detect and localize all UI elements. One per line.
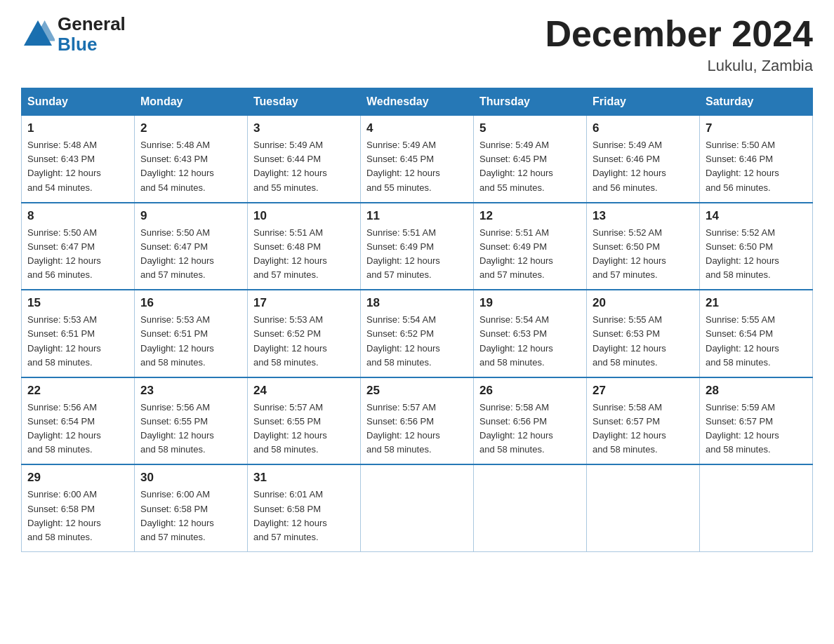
day-info: Sunrise: 5:49 AMSunset: 6:44 PMDaylight:… [253, 140, 327, 192]
day-info: Sunrise: 5:57 AMSunset: 6:56 PMDaylight:… [366, 402, 440, 455]
title-area: December 2024 Lukulu, Zambia [545, 14, 813, 75]
day-number: 16 [140, 296, 241, 310]
calendar-cell: 20 Sunrise: 5:55 AMSunset: 6:53 PMDaylig… [587, 290, 700, 377]
calendar-cell: 1 Sunrise: 5:48 AMSunset: 6:43 PMDayligh… [22, 116, 135, 203]
calendar-cell: 6 Sunrise: 5:49 AMSunset: 6:46 PMDayligh… [587, 116, 700, 203]
day-number: 12 [479, 209, 581, 223]
day-number: 20 [593, 296, 694, 310]
calendar-cell: 11 Sunrise: 5:51 AMSunset: 6:49 PMDaylig… [361, 203, 474, 290]
day-info: Sunrise: 6:00 AMSunset: 6:58 PMDaylight:… [140, 489, 214, 542]
calendar-cell: 16 Sunrise: 5:53 AMSunset: 6:51 PMDaylig… [135, 290, 248, 377]
day-number: 31 [253, 471, 355, 485]
day-number: 5 [479, 121, 581, 135]
calendar-cell [700, 464, 813, 551]
calendar-cell: 3 Sunrise: 5:49 AMSunset: 6:44 PMDayligh… [248, 116, 361, 203]
day-info: Sunrise: 5:58 AMSunset: 6:57 PMDaylight:… [593, 402, 666, 455]
header-wednesday: Wednesday [361, 88, 474, 116]
day-number: 23 [140, 384, 241, 398]
calendar-cell: 12 Sunrise: 5:51 AMSunset: 6:49 PMDaylig… [474, 203, 587, 290]
header-thursday: Thursday [474, 88, 587, 116]
day-number: 13 [593, 209, 694, 223]
calendar-cell: 24 Sunrise: 5:57 AMSunset: 6:55 PMDaylig… [248, 377, 361, 465]
calendar-cell: 9 Sunrise: 5:50 AMSunset: 6:47 PMDayligh… [135, 203, 248, 290]
calendar-week-1: 1 Sunrise: 5:48 AMSunset: 6:43 PMDayligh… [22, 116, 813, 203]
calendar-cell [474, 464, 587, 551]
day-number: 28 [706, 384, 807, 398]
day-info: Sunrise: 5:53 AMSunset: 6:52 PMDaylight:… [253, 314, 327, 367]
day-info: Sunrise: 5:52 AMSunset: 6:50 PMDaylight:… [593, 227, 666, 280]
day-info: Sunrise: 5:51 AMSunset: 6:49 PMDaylight:… [479, 227, 553, 280]
calendar-week-3: 15 Sunrise: 5:53 AMSunset: 6:51 PMDaylig… [22, 290, 813, 377]
calendar-cell: 19 Sunrise: 5:54 AMSunset: 6:53 PMDaylig… [474, 290, 587, 377]
calendar-week-4: 22 Sunrise: 5:56 AMSunset: 6:54 PMDaylig… [22, 377, 813, 465]
day-info: Sunrise: 5:56 AMSunset: 6:54 PMDaylight:… [27, 402, 101, 455]
header-tuesday: Tuesday [248, 88, 361, 116]
day-number: 2 [140, 121, 241, 135]
calendar-cell: 18 Sunrise: 5:54 AMSunset: 6:52 PMDaylig… [361, 290, 474, 377]
day-number: 6 [593, 121, 694, 135]
calendar-cell [361, 464, 474, 551]
logo-blue-text: Blue [58, 34, 126, 55]
calendar-cell: 17 Sunrise: 5:53 AMSunset: 6:52 PMDaylig… [248, 290, 361, 377]
day-info: Sunrise: 5:48 AMSunset: 6:43 PMDaylight:… [140, 140, 214, 192]
calendar-cell: 23 Sunrise: 5:56 AMSunset: 6:55 PMDaylig… [135, 377, 248, 465]
calendar-week-5: 29 Sunrise: 6:00 AMSunset: 6:58 PMDaylig… [22, 464, 813, 551]
day-info: Sunrise: 5:49 AMSunset: 6:45 PMDaylight:… [479, 140, 553, 192]
calendar-cell: 4 Sunrise: 5:49 AMSunset: 6:45 PMDayligh… [361, 116, 474, 203]
header-saturday: Saturday [700, 88, 813, 116]
calendar-cell: 21 Sunrise: 5:55 AMSunset: 6:54 PMDaylig… [700, 290, 813, 377]
day-number: 4 [366, 121, 468, 135]
day-info: Sunrise: 5:56 AMSunset: 6:55 PMDaylight:… [140, 402, 214, 455]
calendar-cell: 13 Sunrise: 5:52 AMSunset: 6:50 PMDaylig… [587, 203, 700, 290]
day-info: Sunrise: 5:58 AMSunset: 6:56 PMDaylight:… [479, 402, 553, 455]
day-info: Sunrise: 5:49 AMSunset: 6:45 PMDaylight:… [366, 140, 440, 192]
day-info: Sunrise: 5:54 AMSunset: 6:53 PMDaylight:… [479, 314, 553, 367]
day-number: 25 [366, 384, 468, 398]
calendar-cell: 27 Sunrise: 5:58 AMSunset: 6:57 PMDaylig… [587, 377, 700, 465]
day-info: Sunrise: 5:54 AMSunset: 6:52 PMDaylight:… [366, 314, 440, 367]
calendar-cell: 10 Sunrise: 5:51 AMSunset: 6:48 PMDaylig… [248, 203, 361, 290]
day-number: 14 [706, 209, 807, 223]
day-info: Sunrise: 5:51 AMSunset: 6:49 PMDaylight:… [366, 227, 440, 280]
logo-general-text: General [58, 14, 126, 34]
calendar-cell: 15 Sunrise: 5:53 AMSunset: 6:51 PMDaylig… [22, 290, 135, 377]
calendar-cell: 14 Sunrise: 5:52 AMSunset: 6:50 PMDaylig… [700, 203, 813, 290]
day-number: 21 [706, 296, 807, 310]
calendar-cell [587, 464, 700, 551]
day-number: 24 [253, 384, 355, 398]
day-number: 19 [479, 296, 581, 310]
day-info: Sunrise: 5:50 AMSunset: 6:47 PMDaylight:… [27, 227, 101, 280]
day-info: Sunrise: 6:00 AMSunset: 6:58 PMDaylight:… [27, 489, 101, 542]
day-info: Sunrise: 5:55 AMSunset: 6:53 PMDaylight:… [593, 314, 666, 367]
calendar-cell: 5 Sunrise: 5:49 AMSunset: 6:45 PMDayligh… [474, 116, 587, 203]
day-number: 10 [253, 209, 355, 223]
day-info: Sunrise: 5:59 AMSunset: 6:57 PMDaylight:… [706, 402, 779, 455]
header-sunday: Sunday [22, 88, 135, 116]
day-info: Sunrise: 5:49 AMSunset: 6:46 PMDaylight:… [593, 140, 666, 192]
day-number: 29 [27, 471, 128, 485]
calendar-cell: 25 Sunrise: 5:57 AMSunset: 6:56 PMDaylig… [361, 377, 474, 465]
day-number: 17 [253, 296, 355, 310]
calendar-cell: 8 Sunrise: 5:50 AMSunset: 6:47 PMDayligh… [22, 203, 135, 290]
day-info: Sunrise: 5:53 AMSunset: 6:51 PMDaylight:… [27, 314, 101, 367]
calendar-cell: 26 Sunrise: 5:58 AMSunset: 6:56 PMDaylig… [474, 377, 587, 465]
day-info: Sunrise: 5:55 AMSunset: 6:54 PMDaylight:… [706, 314, 779, 367]
day-info: Sunrise: 5:53 AMSunset: 6:51 PMDaylight:… [140, 314, 214, 367]
calendar-table: Sunday Monday Tuesday Wednesday Thursday… [21, 88, 813, 552]
month-title: December 2024 [545, 14, 813, 54]
calendar-cell: 22 Sunrise: 5:56 AMSunset: 6:54 PMDaylig… [22, 377, 135, 465]
logo-name: General Blue [58, 14, 126, 54]
logo-icon [21, 18, 55, 51]
day-number: 1 [27, 121, 128, 135]
day-info: Sunrise: 5:50 AMSunset: 6:47 PMDaylight:… [140, 227, 214, 280]
logo: General Blue [21, 14, 126, 54]
day-info: Sunrise: 6:01 AMSunset: 6:58 PMDaylight:… [253, 489, 327, 542]
day-number: 9 [140, 209, 241, 223]
day-info: Sunrise: 5:57 AMSunset: 6:55 PMDaylight:… [253, 402, 327, 455]
day-info: Sunrise: 5:48 AMSunset: 6:43 PMDaylight:… [27, 140, 101, 192]
day-number: 30 [140, 471, 241, 485]
day-number: 3 [253, 121, 355, 135]
day-number: 18 [366, 296, 468, 310]
calendar-cell: 28 Sunrise: 5:59 AMSunset: 6:57 PMDaylig… [700, 377, 813, 465]
calendar-week-2: 8 Sunrise: 5:50 AMSunset: 6:47 PMDayligh… [22, 203, 813, 290]
